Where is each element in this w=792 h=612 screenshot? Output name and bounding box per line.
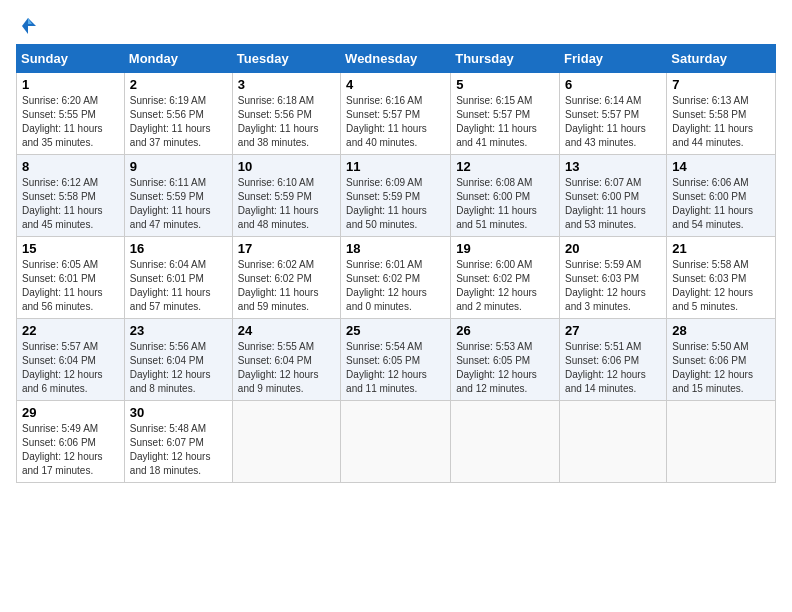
day-info: Sunrise: 5:57 AMSunset: 6:04 PMDaylight:… — [22, 340, 119, 396]
calendar-cell: 30Sunrise: 5:48 AMSunset: 6:07 PMDayligh… — [124, 401, 232, 483]
calendar-cell: 1Sunrise: 6:20 AMSunset: 5:55 PMDaylight… — [17, 73, 125, 155]
day-info: Sunrise: 6:09 AMSunset: 5:59 PMDaylight:… — [346, 176, 445, 232]
daylight-label: Daylight: 11 hours and 59 minutes. — [238, 287, 319, 312]
daylight-label: Daylight: 11 hours and 53 minutes. — [565, 205, 646, 230]
day-info: Sunrise: 5:49 AMSunset: 6:06 PMDaylight:… — [22, 422, 119, 478]
calendar-cell: 29Sunrise: 5:49 AMSunset: 6:06 PMDayligh… — [17, 401, 125, 483]
calendar-cell: 19Sunrise: 6:00 AMSunset: 6:02 PMDayligh… — [451, 237, 560, 319]
day-info: Sunrise: 5:48 AMSunset: 6:07 PMDaylight:… — [130, 422, 227, 478]
calendar-cell: 21Sunrise: 5:58 AMSunset: 6:03 PMDayligh… — [667, 237, 776, 319]
daylight-label: Daylight: 11 hours and 54 minutes. — [672, 205, 753, 230]
daylight-label: Daylight: 12 hours and 6 minutes. — [22, 369, 103, 394]
sunset-label: Sunset: 6:02 PM — [238, 273, 312, 284]
sunrise-label: Sunrise: 5:54 AM — [346, 341, 422, 352]
calendar-week-row: 22Sunrise: 5:57 AMSunset: 6:04 PMDayligh… — [17, 319, 776, 401]
sunrise-label: Sunrise: 6:04 AM — [130, 259, 206, 270]
day-info: Sunrise: 6:06 AMSunset: 6:00 PMDaylight:… — [672, 176, 770, 232]
day-number: 20 — [565, 241, 661, 256]
daylight-label: Daylight: 11 hours and 40 minutes. — [346, 123, 427, 148]
calendar-cell: 15Sunrise: 6:05 AMSunset: 6:01 PMDayligh… — [17, 237, 125, 319]
daylight-label: Daylight: 12 hours and 14 minutes. — [565, 369, 646, 394]
daylight-label: Daylight: 12 hours and 0 minutes. — [346, 287, 427, 312]
calendar-cell: 24Sunrise: 5:55 AMSunset: 6:04 PMDayligh… — [232, 319, 340, 401]
calendar-cell: 18Sunrise: 6:01 AMSunset: 6:02 PMDayligh… — [341, 237, 451, 319]
day-number: 14 — [672, 159, 770, 174]
daylight-label: Daylight: 12 hours and 15 minutes. — [672, 369, 753, 394]
page-header — [16, 16, 776, 36]
sunrise-label: Sunrise: 5:56 AM — [130, 341, 206, 352]
day-info: Sunrise: 6:16 AMSunset: 5:57 PMDaylight:… — [346, 94, 445, 150]
day-info: Sunrise: 6:20 AMSunset: 5:55 PMDaylight:… — [22, 94, 119, 150]
day-number: 3 — [238, 77, 335, 92]
sunset-label: Sunset: 5:59 PM — [346, 191, 420, 202]
calendar-cell: 9Sunrise: 6:11 AMSunset: 5:59 PMDaylight… — [124, 155, 232, 237]
calendar-cell: 7Sunrise: 6:13 AMSunset: 5:58 PMDaylight… — [667, 73, 776, 155]
logo-icon — [18, 16, 38, 36]
calendar-table: SundayMondayTuesdayWednesdayThursdayFrid… — [16, 44, 776, 483]
calendar-cell: 16Sunrise: 6:04 AMSunset: 6:01 PMDayligh… — [124, 237, 232, 319]
day-number: 19 — [456, 241, 554, 256]
day-info: Sunrise: 6:04 AMSunset: 6:01 PMDaylight:… — [130, 258, 227, 314]
calendar-cell: 27Sunrise: 5:51 AMSunset: 6:06 PMDayligh… — [560, 319, 667, 401]
sunset-label: Sunset: 5:55 PM — [22, 109, 96, 120]
calendar-cell: 6Sunrise: 6:14 AMSunset: 5:57 PMDaylight… — [560, 73, 667, 155]
day-number: 1 — [22, 77, 119, 92]
calendar-cell — [560, 401, 667, 483]
calendar-cell — [451, 401, 560, 483]
sunset-label: Sunset: 5:59 PM — [130, 191, 204, 202]
sunrise-label: Sunrise: 6:00 AM — [456, 259, 532, 270]
calendar-cell: 13Sunrise: 6:07 AMSunset: 6:00 PMDayligh… — [560, 155, 667, 237]
day-number: 16 — [130, 241, 227, 256]
sunrise-label: Sunrise: 5:53 AM — [456, 341, 532, 352]
calendar-week-row: 8Sunrise: 6:12 AMSunset: 5:58 PMDaylight… — [17, 155, 776, 237]
day-number: 24 — [238, 323, 335, 338]
sunrise-label: Sunrise: 6:16 AM — [346, 95, 422, 106]
calendar-cell: 10Sunrise: 6:10 AMSunset: 5:59 PMDayligh… — [232, 155, 340, 237]
daylight-label: Daylight: 11 hours and 48 minutes. — [238, 205, 319, 230]
daylight-label: Daylight: 11 hours and 35 minutes. — [22, 123, 103, 148]
calendar-cell: 4Sunrise: 6:16 AMSunset: 5:57 PMDaylight… — [341, 73, 451, 155]
calendar-header-row: SundayMondayTuesdayWednesdayThursdayFrid… — [17, 45, 776, 73]
calendar-cell: 12Sunrise: 6:08 AMSunset: 6:00 PMDayligh… — [451, 155, 560, 237]
day-info: Sunrise: 6:14 AMSunset: 5:57 PMDaylight:… — [565, 94, 661, 150]
sunset-label: Sunset: 5:59 PM — [238, 191, 312, 202]
sunset-label: Sunset: 6:06 PM — [22, 437, 96, 448]
day-info: Sunrise: 6:02 AMSunset: 6:02 PMDaylight:… — [238, 258, 335, 314]
day-number: 22 — [22, 323, 119, 338]
sunrise-label: Sunrise: 6:08 AM — [456, 177, 532, 188]
calendar-cell: 14Sunrise: 6:06 AMSunset: 6:00 PMDayligh… — [667, 155, 776, 237]
day-number: 28 — [672, 323, 770, 338]
sunset-label: Sunset: 5:58 PM — [22, 191, 96, 202]
day-number: 27 — [565, 323, 661, 338]
weekday-header-friday: Friday — [560, 45, 667, 73]
weekday-header-saturday: Saturday — [667, 45, 776, 73]
day-number: 29 — [22, 405, 119, 420]
day-number: 17 — [238, 241, 335, 256]
daylight-label: Daylight: 11 hours and 44 minutes. — [672, 123, 753, 148]
daylight-label: Daylight: 12 hours and 8 minutes. — [130, 369, 211, 394]
day-number: 23 — [130, 323, 227, 338]
calendar-cell: 5Sunrise: 6:15 AMSunset: 5:57 PMDaylight… — [451, 73, 560, 155]
weekday-header-tuesday: Tuesday — [232, 45, 340, 73]
calendar-cell: 22Sunrise: 5:57 AMSunset: 6:04 PMDayligh… — [17, 319, 125, 401]
daylight-label: Daylight: 12 hours and 11 minutes. — [346, 369, 427, 394]
day-info: Sunrise: 5:51 AMSunset: 6:06 PMDaylight:… — [565, 340, 661, 396]
daylight-label: Daylight: 12 hours and 9 minutes. — [238, 369, 319, 394]
day-info: Sunrise: 5:55 AMSunset: 6:04 PMDaylight:… — [238, 340, 335, 396]
day-number: 2 — [130, 77, 227, 92]
sunset-label: Sunset: 6:01 PM — [22, 273, 96, 284]
calendar-week-row: 15Sunrise: 6:05 AMSunset: 6:01 PMDayligh… — [17, 237, 776, 319]
day-info: Sunrise: 5:50 AMSunset: 6:06 PMDaylight:… — [672, 340, 770, 396]
daylight-label: Daylight: 11 hours and 37 minutes. — [130, 123, 211, 148]
sunset-label: Sunset: 5:58 PM — [672, 109, 746, 120]
day-info: Sunrise: 6:13 AMSunset: 5:58 PMDaylight:… — [672, 94, 770, 150]
day-info: Sunrise: 5:53 AMSunset: 6:05 PMDaylight:… — [456, 340, 554, 396]
day-info: Sunrise: 6:11 AMSunset: 5:59 PMDaylight:… — [130, 176, 227, 232]
sunrise-label: Sunrise: 6:05 AM — [22, 259, 98, 270]
sunset-label: Sunset: 6:00 PM — [456, 191, 530, 202]
daylight-label: Daylight: 11 hours and 43 minutes. — [565, 123, 646, 148]
calendar-cell — [667, 401, 776, 483]
day-info: Sunrise: 6:12 AMSunset: 5:58 PMDaylight:… — [22, 176, 119, 232]
daylight-label: Daylight: 12 hours and 3 minutes. — [565, 287, 646, 312]
day-number: 30 — [130, 405, 227, 420]
